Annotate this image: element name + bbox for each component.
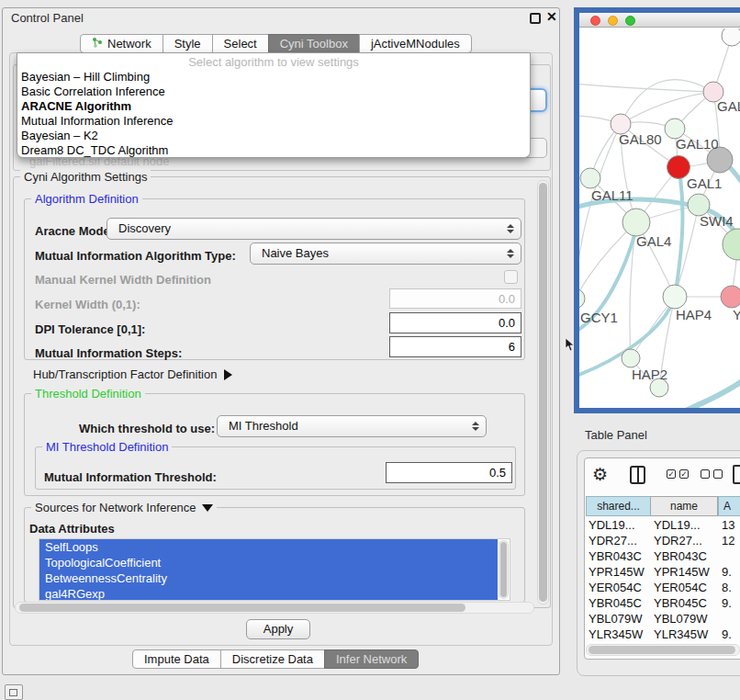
tab-impute-data[interactable]: Impute Data xyxy=(132,649,221,669)
table-row[interactable]: YLR345WYLR345W9. xyxy=(585,627,740,642)
node-label: Y xyxy=(733,307,740,322)
attributes-list-scrollbar[interactable] xyxy=(499,540,509,599)
table-row[interactable]: YBR043CYBR043C xyxy=(585,548,740,564)
float-panel-icon[interactable] xyxy=(530,13,541,24)
table-row[interactable]: YBL079WYBL079W xyxy=(585,611,740,627)
node-hap2[interactable] xyxy=(622,349,640,367)
zoom-window-icon[interactable] xyxy=(625,16,635,26)
algorithm-option[interactable]: Dream8 DC_TDC Algorithm xyxy=(21,143,168,158)
select-all-icon[interactable]: ✓✓ xyxy=(667,469,689,479)
dpi-tolerance-field[interactable]: 0.0 xyxy=(389,312,521,333)
attribute-item-selected[interactable]: SelfLoops xyxy=(39,539,498,555)
node-hap4[interactable] xyxy=(663,285,687,309)
network-canvas[interactable]: GAL GAL80 GAL10 GAL1 GAL11 SWI4 GAL4 GCY… xyxy=(579,28,740,408)
close-window-icon[interactable] xyxy=(590,16,600,26)
network-tab-icon xyxy=(92,37,103,51)
which-threshold-label: Which threshold to use: xyxy=(79,422,215,435)
expand-right-icon[interactable] xyxy=(224,369,232,380)
table-row[interactable]: YDL19...YDL19...13 xyxy=(585,517,740,533)
manual-kernel-label: Manual Kernel Width Definition xyxy=(35,273,211,287)
tab-jactivemnodules[interactable]: jActiveMNodules xyxy=(359,34,472,53)
sources-title[interactable]: Sources for Network Inference xyxy=(31,501,217,514)
settings-vertical-scrollbar[interactable] xyxy=(537,180,549,604)
kernel-width-field[interactable]: 0.0 xyxy=(389,288,521,309)
attributes-list-scrollbar-thumb[interactable] xyxy=(500,542,507,597)
control-panel-title: Control Panel xyxy=(11,11,84,25)
tab-style[interactable]: Style xyxy=(163,34,213,53)
attribute-item-selected[interactable]: gal4RGexp xyxy=(39,586,498,601)
column-header-partial[interactable]: A xyxy=(718,496,740,516)
kernel-width-label: Kernel Width (0,1): xyxy=(35,298,140,311)
tab-select[interactable]: Select xyxy=(212,34,269,53)
node-gal4[interactable] xyxy=(622,209,650,236)
node[interactable] xyxy=(722,28,740,46)
table-horizontal-scrollbar[interactable] xyxy=(586,644,740,656)
algorithm-option[interactable]: Bayesian – Hill Climbing xyxy=(21,70,150,85)
tab-infer-network[interactable]: Infer Network xyxy=(324,649,419,669)
mi-steps-field[interactable]: 6 xyxy=(389,336,521,357)
node-label: GAL80 xyxy=(619,131,662,147)
split-columns-icon[interactable] xyxy=(630,466,645,484)
node-pink[interactable] xyxy=(721,286,740,308)
aracne-mode-label: Aracne Mode: xyxy=(35,224,114,238)
mouse-cursor xyxy=(565,338,575,352)
tab-cyni-toolbox[interactable]: Cyni Toolbox xyxy=(268,34,360,53)
network-view-window[interactable]: GAL GAL80 GAL10 GAL1 GAL11 SWI4 GAL4 GCY… xyxy=(574,7,740,413)
algorithm-option[interactable]: Mutual Information Inference xyxy=(21,114,173,129)
restore-panel-icon[interactable] xyxy=(5,684,23,700)
attribute-item-selected[interactable]: BetweennessCentrality xyxy=(39,570,498,586)
gear-icon[interactable]: ⚙ xyxy=(592,464,608,484)
data-attributes-list: SelfLoops TopologicalCoefficient Between… xyxy=(39,538,510,601)
screen: Control Panel ✕ Network Style Select Cyn… xyxy=(0,0,740,700)
node-table-rows: YDL19...YDL19...13 YDR27...YDR27...12 YB… xyxy=(585,517,740,649)
table-row[interactable]: YDR27...YDR27...12 xyxy=(585,533,740,548)
node-label: GAL xyxy=(717,98,740,114)
node-label: SWI4 xyxy=(700,213,734,229)
table-panel-title: Table Panel xyxy=(585,428,647,442)
cyni-algorithm-settings-title: Cyni Algorithm Settings xyxy=(20,170,151,184)
network-window-titlebar[interactable] xyxy=(579,13,740,28)
collapse-down-icon[interactable] xyxy=(202,504,213,512)
settings-vertical-scrollbar-thumb[interactable] xyxy=(539,183,547,602)
mi-type-combobox[interactable]: Naive Bayes xyxy=(250,243,521,265)
network-graph[interactable]: GAL GAL80 GAL10 GAL1 GAL11 SWI4 GAL4 GCY… xyxy=(579,28,740,408)
apply-button[interactable]: Apply xyxy=(246,619,310,639)
combo-stepper-icon xyxy=(472,422,479,431)
data-attributes-label: Data Attributes xyxy=(29,522,115,536)
node-gcy1[interactable] xyxy=(579,288,585,309)
node-label: GAL1 xyxy=(687,175,722,191)
algorithm-option[interactable]: Bayesian – K2 xyxy=(21,129,98,143)
control-panel-tabbar: Network Style Select Cyni Toolbox jActiv… xyxy=(80,34,472,53)
node-label: GAL4 xyxy=(636,233,671,249)
table-row[interactable]: YPR145WYPR145W9. xyxy=(585,564,740,580)
table-function-icon[interactable] xyxy=(733,465,740,484)
settings-horizontal-scrollbar-thumb[interactable] xyxy=(19,604,465,612)
dpi-tolerance-label: DPI Tolerance [0,1]: xyxy=(35,322,145,336)
which-threshold-combobox[interactable]: MI Threshold xyxy=(217,415,487,437)
minimize-window-icon[interactable] xyxy=(608,16,618,26)
node-gal11[interactable] xyxy=(580,168,600,188)
node[interactable] xyxy=(723,229,740,260)
bottom-tabbar: Impute Data Discretize Data Infer Networ… xyxy=(132,649,419,669)
attribute-item-selected[interactable]: TopologicalCoefficient xyxy=(39,555,498,570)
node-label: GAL10 xyxy=(676,136,719,152)
algorithm-option[interactable]: Basic Correlation Inference xyxy=(21,85,165,99)
close-panel-icon[interactable]: ✕ xyxy=(546,9,557,24)
hub-definition-expander[interactable]: Hub/Transcription Factor Definition xyxy=(33,367,232,381)
column-header-shared-name[interactable]: shared... xyxy=(586,496,651,516)
table-row[interactable]: YBR045CYBR045C9. xyxy=(585,595,740,611)
algorithm-dropdown-list: Select algorithm to view settings Bayesi… xyxy=(17,52,531,158)
tab-network[interactable]: Network xyxy=(80,34,163,53)
mi-threshold-field[interactable]: 0.5 xyxy=(386,462,512,483)
tab-discretize-data[interactable]: Discretize Data xyxy=(220,649,325,669)
manual-kernel-checkbox[interactable] xyxy=(504,270,518,284)
settings-horizontal-scrollbar[interactable] xyxy=(15,602,534,614)
table-row[interactable]: YER054CYER054C8. xyxy=(585,580,740,595)
mi-type-label: Mutual Information Algorithm Type: xyxy=(35,249,236,263)
deselect-all-icon[interactable] xyxy=(701,469,723,479)
table-horizontal-scrollbar-thumb[interactable] xyxy=(589,646,735,654)
column-header-name[interactable]: name xyxy=(650,496,718,516)
algorithm-option-selected[interactable]: ARACNE Algorithm xyxy=(21,99,131,114)
aracne-mode-combobox[interactable]: Discovery xyxy=(107,218,521,240)
network-labels: GAL GAL80 GAL10 GAL1 GAL11 SWI4 GAL4 GCY… xyxy=(580,98,740,382)
